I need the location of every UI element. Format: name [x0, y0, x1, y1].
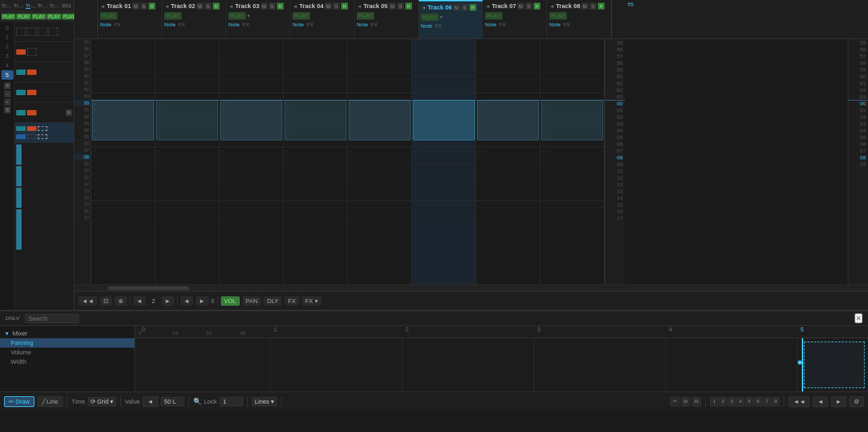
- time-dropdown[interactable]: ⟳ Grid ▾: [88, 397, 116, 406]
- row4-expand-icon[interactable]: ⊞: [66, 109, 72, 116]
- lh-track2[interactable]: Track..: [14, 3, 24, 9]
- track-03-solo[interactable]: S: [269, 3, 276, 9]
- track-03-note[interactable]: Note: [228, 22, 240, 28]
- outer-num-1[interactable]: 1: [1, 32, 14, 42]
- track-grid-col-7[interactable]: ------------------: [476, 39, 540, 284]
- track-04-note[interactable]: Note: [292, 22, 304, 28]
- track-header-08[interactable]: ◄ Track 08 M S R PLAY Note FX: [547, 0, 611, 38]
- transport-next-mark[interactable]: ►: [161, 296, 174, 306]
- left-track-row-0[interactable]: [15, 22, 74, 42]
- play-btn-4[interactable]: PLAY: [47, 14, 61, 20]
- num-btn-2[interactable]: 2: [719, 397, 727, 406]
- track-06-note[interactable]: Note: [421, 23, 432, 29]
- num-btn-7[interactable]: 7: [763, 397, 771, 406]
- left-track-row-1[interactable]: [15, 42, 74, 62]
- num-btn-4[interactable]: 4: [736, 397, 744, 406]
- expand-icon[interactable]: ⊞: [4, 82, 11, 89]
- track-02-rec[interactable]: R: [213, 3, 220, 9]
- track-06-expand[interactable]: ▾: [440, 14, 442, 20]
- track-header-04[interactable]: ◄ Track 04 M S R PLAY Note FX: [290, 0, 355, 38]
- transport-fx-arrow[interactable]: FX ▾: [302, 296, 322, 306]
- track-07-play[interactable]: PLAY: [485, 12, 503, 20]
- track-06-fx[interactable]: FX: [435, 23, 442, 29]
- track-03-play[interactable]: PLAY: [228, 12, 246, 20]
- track-03-mute[interactable]: M: [261, 3, 267, 9]
- track-06-mute[interactable]: M: [453, 4, 460, 11]
- track-grid-col-8[interactable]: ------------------: [540, 39, 605, 284]
- lines-dropdown[interactable]: Lines ▾: [252, 397, 277, 406]
- transport-fx[interactable]: FX: [284, 296, 299, 306]
- auto-width-item[interactable]: Width: [0, 357, 134, 367]
- track-08-note[interactable]: Note: [549, 22, 561, 28]
- lh-track1[interactable]: Track..: [1, 3, 12, 9]
- plus-icon[interactable]: +: [4, 99, 11, 105]
- track-grid-col-3[interactable]: ------------------: [220, 39, 284, 284]
- num-btn-8[interactable]: 8: [771, 397, 780, 406]
- num-btn-5[interactable]: 5: [745, 397, 753, 406]
- transport-vol[interactable]: VOL: [221, 296, 240, 306]
- outer-num-5[interactable]: 5: [1, 70, 14, 80]
- lh-track3[interactable]: Track..: [26, 3, 36, 9]
- automation-close-btn[interactable]: ✕: [854, 313, 863, 323]
- track-03-expand[interactable]: ▾: [247, 13, 250, 19]
- track-02-arrow-left[interactable]: ◄: [164, 3, 170, 9]
- track-grid-col-5[interactable]: ------------------: [348, 39, 412, 284]
- track-06-rec[interactable]: R: [469, 4, 476, 11]
- track-01-mute[interactable]: M: [132, 3, 139, 9]
- track-01-rec[interactable]: R: [149, 3, 155, 9]
- play-btn-2[interactable]: PLAY: [16, 14, 30, 20]
- num-btn-1[interactable]: 1: [710, 397, 718, 406]
- track-01-solo[interactable]: S: [141, 3, 147, 9]
- track-04-play[interactable]: PLAY: [292, 12, 310, 20]
- track-03-arrow-left[interactable]: ◄: [228, 3, 234, 9]
- track-02-fx[interactable]: FX: [178, 22, 185, 28]
- outer-num-2[interactable]: 2: [1, 42, 14, 51]
- track-08-rec[interactable]: R: [598, 3, 605, 9]
- automation-search[interactable]: [25, 314, 79, 323]
- track-02-mute[interactable]: M: [197, 3, 203, 9]
- track-07-rec[interactable]: R: [534, 3, 540, 9]
- auto-mixer-section[interactable]: ▾ Mixer: [0, 329, 134, 338]
- transport-rewind[interactable]: ◄◄: [78, 296, 97, 306]
- track-header-01[interactable]: ◄ Track 01 M S R PLAY Note FX: [98, 0, 162, 38]
- lh-track5[interactable]: Track..: [49, 3, 60, 9]
- track-05-fx[interactable]: FX: [371, 22, 378, 28]
- minus-icon[interactable]: −: [4, 90, 11, 97]
- track-01-fx[interactable]: FX: [114, 22, 121, 28]
- nav-next-single-btn[interactable]: ►: [831, 396, 846, 407]
- track-04-rec[interactable]: R: [341, 3, 348, 9]
- left-track-row-5[interactable]: [15, 123, 74, 143]
- track-03-rec[interactable]: R: [277, 3, 284, 9]
- track-07-arrow-left[interactable]: ◄: [485, 3, 490, 9]
- track-08-solo[interactable]: S: [590, 3, 596, 9]
- left-track-row-3[interactable]: [15, 82, 74, 103]
- lh-s01[interactable]: S01: [61, 3, 72, 9]
- track-04-arrow-left[interactable]: ◄: [292, 3, 298, 9]
- nav-prev-single-btn[interactable]: ◄: [813, 396, 828, 407]
- track-05-play[interactable]: PLAY: [357, 12, 374, 20]
- track-grid-col-6[interactable]: ------------------: [412, 39, 476, 284]
- transport-prev-mark[interactable]: ◄: [133, 296, 146, 306]
- play-btn-1[interactable]: PLAY: [1, 14, 16, 20]
- track-08-arrow-left[interactable]: ◄: [549, 3, 555, 9]
- grid-icon[interactable]: ⊞: [4, 107, 11, 113]
- track-04-mute[interactable]: M: [325, 3, 332, 9]
- track-08-mute[interactable]: M: [582, 3, 588, 9]
- automation-content[interactable]: [135, 338, 868, 392]
- track-header-03[interactable]: ◄ Track 03 M S R PLAY ▾ Note: [226, 0, 290, 38]
- track-08-play[interactable]: PLAY: [549, 12, 567, 20]
- track-02-note[interactable]: Note: [164, 22, 176, 28]
- main-hscroll[interactable]: [74, 284, 868, 291]
- draw-tool-btn[interactable]: ✏ Draw: [4, 396, 34, 407]
- outer-num-4[interactable]: 4: [1, 61, 14, 70]
- track-05-arrow-left[interactable]: ◄: [357, 3, 362, 9]
- nav-prev-btn[interactable]: ◄◄: [788, 396, 810, 407]
- transport-loop-next[interactable]: ►: [196, 296, 209, 306]
- main-hscroll-thumb[interactable]: [108, 286, 189, 290]
- track-04-solo[interactable]: S: [333, 3, 340, 9]
- track-05-note[interactable]: Note: [357, 22, 368, 28]
- track-07-fx[interactable]: FX: [499, 22, 506, 28]
- track-04-fx[interactable]: FX: [307, 22, 313, 28]
- cut-btn[interactable]: ✂: [670, 397, 680, 406]
- track-07-mute[interactable]: M: [517, 3, 524, 9]
